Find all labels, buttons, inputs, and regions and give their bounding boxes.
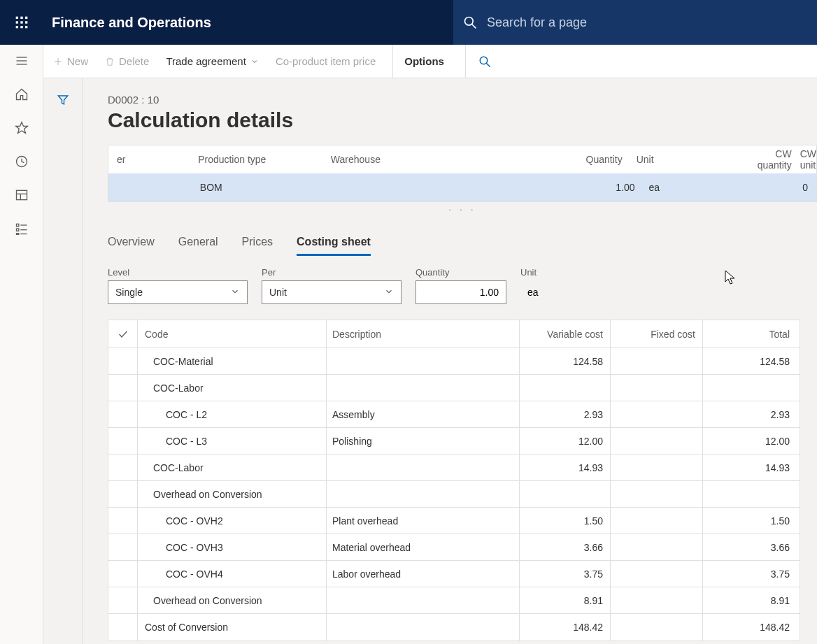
cell-description [327, 348, 520, 374]
cell-fixed-cost [611, 455, 703, 480]
cell-variable-cost: 3.75 [520, 561, 611, 587]
unit-display [520, 280, 611, 304]
table-row[interactable]: COC - OVH3Material overhead3.663.66 [108, 534, 800, 561]
page-title: Calculation details [108, 108, 817, 132]
row-checkbox[interactable] [108, 534, 138, 560]
cell-total: 12.00 [703, 428, 800, 454]
tab-general[interactable]: General [178, 236, 218, 256]
level-dropdown[interactable]: Single [108, 280, 248, 304]
row-checkbox[interactable] [108, 401, 138, 427]
col-cw-unit[interactable]: CW unit [796, 148, 816, 171]
summary-data-row[interactable]: BOM 1.00 ea 0 [108, 173, 816, 201]
delete-button[interactable]: Delete [105, 55, 149, 67]
row-checkbox[interactable] [108, 348, 138, 374]
col-production-type[interactable]: Production type [190, 154, 322, 165]
svg-marker-29 [58, 96, 68, 104]
level-control: Level Single [108, 267, 248, 304]
hamburger-icon[interactable] [14, 53, 29, 69]
modules-icon[interactable] [14, 221, 29, 236]
cell-variable-cost: 3.66 [520, 534, 611, 560]
tab-costing-sheet[interactable]: Costing sheet [297, 236, 371, 256]
row-checkbox[interactable] [108, 455, 138, 480]
col-cw-quantity[interactable]: CW quantity [738, 148, 796, 171]
find-button[interactable] [465, 45, 491, 78]
col-code[interactable]: Code [138, 320, 327, 348]
svg-rect-16 [16, 190, 27, 199]
cell-code: Cost of Conversion [138, 614, 327, 641]
cell-total: 14.93 [703, 455, 800, 480]
col-warehouse[interactable]: Warehouse [322, 154, 488, 165]
cell-fixed-cost [611, 401, 703, 427]
col-fixed-cost[interactable]: Fixed cost [611, 320, 703, 348]
quantity-input[interactable] [415, 280, 506, 304]
home-icon[interactable] [14, 87, 29, 102]
cell-description [327, 587, 520, 613]
coproduct-button[interactable]: Co-product item price [276, 55, 376, 67]
cell-description: Material overhead [327, 534, 520, 560]
col-unit[interactable]: Unit [631, 154, 738, 165]
table-row[interactable]: Overhead on Conversion [108, 481, 800, 508]
col-total[interactable]: Total [703, 320, 800, 348]
delete-label: Delete [119, 55, 149, 67]
svg-rect-4 [20, 21, 22, 23]
cell-fixed-cost [611, 614, 703, 641]
svg-line-10 [472, 24, 476, 29]
svg-marker-14 [15, 122, 27, 134]
svg-rect-20 [16, 229, 18, 231]
select-all-checkbox[interactable] [108, 320, 138, 348]
svg-rect-1 [20, 17, 22, 19]
new-button[interactable]: New [53, 55, 88, 67]
command-bar: New Delete Trade agreement Co-product it… [43, 45, 817, 78]
row-checkbox[interactable] [108, 508, 138, 534]
table-row[interactable]: COC - L2Assembly2.932.93 [108, 401, 800, 428]
table-row[interactable]: COC - OVH4Labor overhead3.753.75 [108, 561, 800, 587]
cell-total: 3.66 [703, 534, 800, 560]
col-quantity[interactable]: Quantity [488, 154, 630, 165]
col-variable-cost[interactable]: Variable cost [520, 320, 611, 348]
svg-rect-19 [16, 224, 18, 226]
search-input[interactable] [487, 15, 817, 30]
table-row[interactable]: COC-Labor [108, 375, 800, 401]
star-icon[interactable] [14, 120, 29, 136]
row-checkbox[interactable] [108, 561, 138, 587]
table-row[interactable]: Cost of Conversion148.42148.42 [108, 614, 800, 641]
recent-icon[interactable] [14, 154, 29, 169]
table-row[interactable]: Overhead on Conversion8.918.91 [108, 587, 800, 614]
table-row[interactable]: COC - OVH2Plant overhead1.501.50 [108, 508, 800, 534]
row-checkbox[interactable] [108, 375, 138, 401]
breadcrumb: D0002 : 10 [108, 94, 817, 106]
svg-rect-3 [16, 21, 18, 23]
row-checkbox[interactable] [108, 481, 138, 507]
row-checkbox[interactable] [108, 614, 138, 641]
table-row[interactable]: COC-Labor14.9314.93 [108, 455, 800, 481]
table-row[interactable]: COC-Material124.58124.58 [108, 348, 800, 375]
tab-overview[interactable]: Overview [108, 236, 155, 256]
filter-icon[interactable] [57, 94, 69, 644]
cell-fixed-cost [611, 587, 703, 613]
svg-line-28 [486, 63, 490, 66]
more-rows-indicator[interactable]: · · · [108, 202, 817, 216]
trade-agreement-dropdown[interactable]: Trade agreement [166, 55, 259, 67]
workspace-icon[interactable] [14, 187, 29, 203]
cell-code: Overhead on Conversion [138, 587, 327, 613]
options-button[interactable]: Options [392, 45, 444, 78]
row-checkbox[interactable] [108, 587, 138, 613]
tab-prices[interactable]: Prices [242, 236, 273, 256]
table-row[interactable]: COC - L3Polishing12.0012.00 [108, 428, 800, 455]
per-dropdown[interactable]: Unit [262, 280, 402, 304]
col-er[interactable]: er [108, 154, 190, 165]
col-description[interactable]: Description [327, 320, 520, 348]
cell-total [703, 375, 800, 401]
cell-total: 124.58 [703, 348, 800, 374]
cell-fixed-cost [611, 561, 703, 587]
chevron-down-icon [384, 287, 394, 299]
per-value: Unit [269, 287, 287, 298]
cell-cw-quantity: 0 [753, 182, 812, 193]
apps-waffle-icon[interactable] [0, 0, 43, 45]
summary-grid: er Production type Warehouse Quantity Un… [108, 145, 817, 202]
cell-total: 3.75 [703, 561, 800, 587]
level-value: Single [115, 287, 143, 298]
cell-description: Plant overhead [327, 508, 520, 534]
cell-total: 1.50 [703, 508, 800, 534]
row-checkbox[interactable] [108, 428, 138, 454]
